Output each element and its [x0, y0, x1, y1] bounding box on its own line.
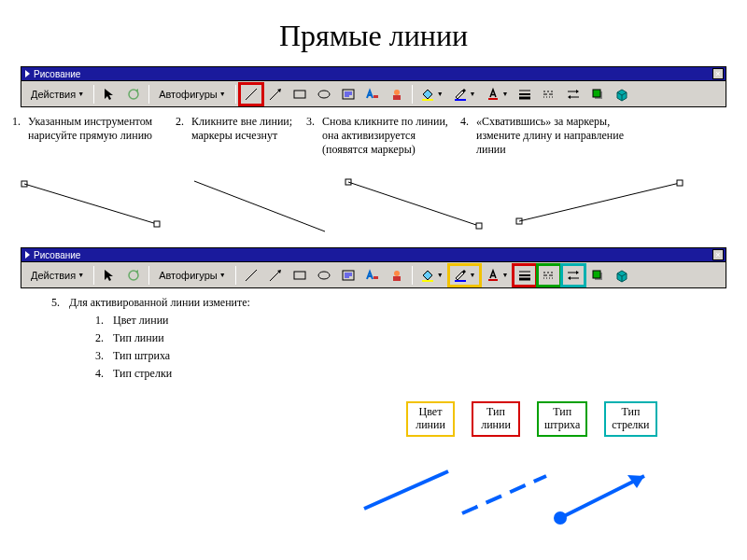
- line-demos: [7, 164, 726, 244]
- rotate-icon[interactable]: [122, 265, 145, 286]
- sub1-num: 1.: [95, 314, 104, 328]
- drawing-toolbar-2: Рисование × Действия▼ Автофигуры▼ ▼ ▼ ▼: [21, 247, 726, 288]
- toolbar-caption: Рисование: [34, 69, 80, 79]
- svg-line-28: [194, 181, 325, 231]
- toolbar-titlebar: Рисование ×: [21, 247, 726, 262]
- svg-line-61: [462, 476, 546, 513]
- rectangle-tool-icon[interactable]: [289, 265, 311, 286]
- label-arrow-type: Типстрелки: [604, 401, 656, 437]
- 3d-icon[interactable]: [611, 265, 633, 286]
- expand-icon: [25, 70, 30, 77]
- autoshapes-menu[interactable]: Автофигуры▼: [153, 84, 232, 105]
- svg-point-63: [554, 511, 567, 525]
- step4-text: «Схватившись» за маркеры, измените длину…: [476, 115, 642, 157]
- toolbar-body: Действия▼ Автофигуры▼ ▼ ▼ ▼: [21, 262, 726, 288]
- select-arrow-icon[interactable]: [98, 265, 120, 286]
- font-color-icon[interactable]: ▼: [482, 265, 513, 286]
- textbox-tool-icon[interactable]: [337, 84, 359, 105]
- svg-line-33: [519, 183, 680, 221]
- svg-rect-47: [422, 280, 433, 282]
- shadow-icon[interactable]: [586, 265, 609, 286]
- toolbar-body: Действия▼ Автофигуры▼ ▼ ▼ ▼: [21, 81, 726, 107]
- svg-rect-34: [677, 180, 683, 186]
- actions-menu[interactable]: Действия▼: [25, 265, 90, 286]
- step5-num: 5.: [47, 296, 60, 385]
- svg-rect-14: [488, 98, 498, 100]
- label-line-type: Типлинии: [472, 401, 520, 437]
- autoshapes-menu[interactable]: Автофигуры▼: [153, 265, 232, 286]
- actions-menu[interactable]: Действия▼: [25, 84, 90, 105]
- step5-block: 5. Для активированной линии измените: 1.…: [47, 296, 747, 385]
- line-color-icon[interactable]: ▼: [449, 265, 480, 286]
- select-arrow-icon[interactable]: [98, 84, 120, 105]
- svg-rect-3: [294, 91, 305, 98]
- sub1-text: Цвет линии: [113, 314, 169, 328]
- sub3-num: 3.: [95, 349, 104, 363]
- shadow-icon[interactable]: [586, 84, 609, 105]
- wordart-icon[interactable]: [361, 265, 384, 286]
- svg-rect-11: [393, 95, 401, 100]
- svg-rect-49: [488, 279, 498, 281]
- clipart-icon[interactable]: [386, 84, 408, 105]
- svg-rect-9: [374, 95, 378, 98]
- clipart-icon[interactable]: [386, 265, 408, 286]
- svg-point-45: [394, 271, 400, 276]
- svg-point-39: [318, 272, 330, 279]
- fill-color-icon[interactable]: ▼: [416, 265, 447, 286]
- arrow-style-icon[interactable]: [562, 84, 585, 105]
- close-icon[interactable]: ×: [712, 68, 724, 79]
- svg-line-62: [560, 476, 644, 518]
- svg-line-1: [246, 89, 257, 100]
- arrow-tool-icon[interactable]: [264, 265, 287, 286]
- step2-num: 2.: [171, 115, 184, 157]
- toolbar-titlebar: Рисование ×: [21, 66, 726, 81]
- dash-style-icon[interactable]: [538, 265, 560, 286]
- line-tool-icon[interactable]: [240, 265, 262, 286]
- 3d-icon[interactable]: [611, 84, 633, 105]
- arrow-style-icon[interactable]: [562, 265, 585, 286]
- textbox-tool-icon[interactable]: [337, 265, 359, 286]
- svg-line-26: [24, 184, 157, 224]
- close-icon[interactable]: ×: [712, 249, 724, 260]
- svg-line-60: [364, 471, 448, 509]
- sub2-text: Тип линии: [113, 331, 164, 345]
- line-style-icon[interactable]: [514, 84, 536, 105]
- step3-num: 3.: [302, 115, 315, 157]
- expand-icon: [25, 251, 30, 259]
- step1-num: 1.: [7, 115, 21, 157]
- rectangle-tool-icon[interactable]: [289, 84, 311, 105]
- style-labels: Цветлинии Типлинии Типштриха Типстрелки: [406, 401, 657, 437]
- step2-text: Кликните вне линии; маркеры исчезнут: [191, 115, 302, 157]
- oval-tool-icon[interactable]: [313, 265, 335, 286]
- svg-rect-44: [374, 276, 378, 279]
- step5-text: Для активированной линии измените:: [69, 296, 250, 309]
- arrow-tool-icon[interactable]: [264, 84, 287, 105]
- wordart-icon[interactable]: [361, 84, 384, 105]
- line-tool-icon[interactable]: [240, 84, 262, 105]
- svg-line-30: [348, 182, 479, 226]
- dash-style-icon[interactable]: [538, 84, 560, 105]
- svg-line-2: [270, 90, 280, 100]
- svg-rect-12: [422, 99, 433, 101]
- fill-color-icon[interactable]: ▼: [416, 84, 447, 105]
- step3-text: Снова кликните по линии, она активизируе…: [322, 115, 456, 157]
- svg-line-37: [270, 271, 280, 281]
- line-color-icon[interactable]: ▼: [449, 84, 480, 105]
- page-title: Прямые линии: [0, 0, 747, 66]
- svg-point-4: [318, 91, 330, 98]
- sub2-num: 2.: [95, 331, 104, 345]
- svg-point-10: [394, 90, 400, 95]
- font-color-icon[interactable]: ▼: [482, 84, 513, 105]
- line-style-icon[interactable]: [514, 265, 536, 286]
- blue-line-examples: [355, 453, 728, 546]
- sub4-num: 4.: [95, 367, 104, 381]
- label-line-color: Цветлинии: [406, 401, 455, 437]
- svg-rect-13: [455, 99, 466, 101]
- rotate-icon[interactable]: [122, 84, 145, 105]
- sub4-text: Тип стрелки: [113, 367, 172, 381]
- svg-rect-48: [455, 280, 466, 282]
- steps-row: 1.Указанным инструментом нарисуйте пряму…: [7, 115, 740, 157]
- oval-tool-icon[interactable]: [313, 84, 335, 105]
- svg-rect-31: [476, 223, 482, 229]
- svg-rect-59: [593, 271, 600, 278]
